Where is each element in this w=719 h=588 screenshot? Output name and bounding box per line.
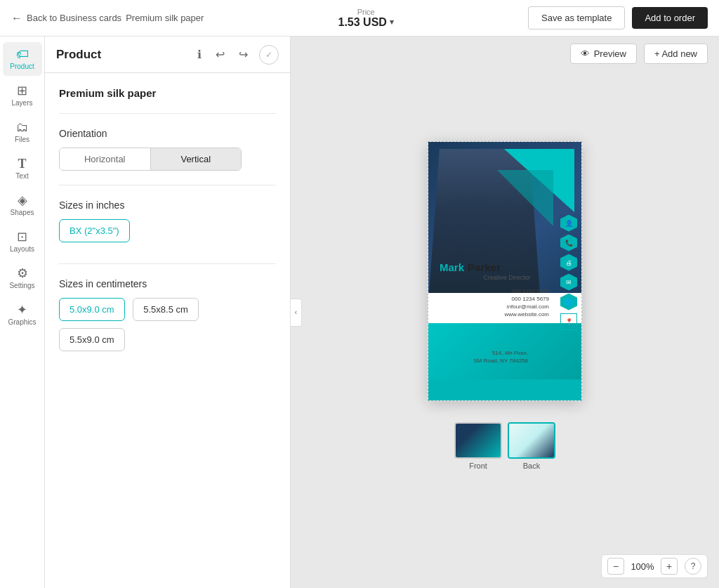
canvas-top-bar: 👁 Preview + Add new	[570, 44, 708, 64]
topbar: ← Back to Business cards Premium silk pa…	[0, 0, 719, 37]
sidebar-item-text[interactable]: T Text	[3, 152, 42, 185]
card-address-line2: SM Road, NY 784258	[473, 358, 528, 364]
sidebar-label-settings: Settings	[9, 282, 34, 289]
business-card: Mark Parker Creative Director 000 1234 5…	[428, 141, 582, 401]
sizes-inches-group: BX (2"x3.5")	[59, 219, 276, 249]
thumb-back-image[interactable]	[508, 422, 555, 459]
thumb-front-image[interactable]	[454, 422, 502, 459]
add-new-label: + Add new	[654, 48, 697, 59]
sidebar-label-files: Files	[15, 136, 29, 143]
orientation-label: Orientation	[59, 128, 276, 139]
zoom-in-button[interactable]: +	[661, 558, 678, 575]
back-link[interactable]: Back to Business cards	[27, 13, 121, 23]
back-arrow-icon[interactable]: ←	[11, 12, 22, 25]
orientation-vertical[interactable]: Vertical	[151, 148, 242, 170]
sidebar-item-files[interactable]: 🗂 Files	[3, 115, 42, 149]
sidebar-label-shapes: Shapes	[11, 209, 34, 216]
card-icon-person: 👤	[560, 215, 577, 232]
canvas-area: ‹ 👁 Preview + Add new	[291, 37, 719, 588]
card-thumb-back: Back	[508, 422, 555, 470]
sidebar-item-product[interactable]: 🏷 Product	[3, 42, 42, 76]
sidebar-item-layers[interactable]: ⊞ Layers	[3, 79, 42, 112]
shapes-icon: ◈	[18, 194, 27, 207]
card-phone2: 000 1234 5679	[512, 296, 549, 302]
sidebar-label-layouts: Layouts	[10, 245, 34, 253]
card-website: www.website.com	[504, 311, 549, 318]
icon-sidebar: 🏷 Product ⊞ Layers 🗂 Files T Text ◈ Shap…	[0, 37, 45, 588]
orientation-horizontal[interactable]: Horizontal	[60, 148, 151, 170]
card-thumbnails: Front Back	[454, 422, 555, 470]
teal-triangle-mid	[497, 170, 553, 226]
card-name: Mark Parker	[440, 261, 574, 273]
size-55x9[interactable]: 5.5x9.0 cm	[59, 328, 125, 351]
undo-button[interactable]: ↩	[213, 45, 227, 64]
layouts-icon: ⊡	[17, 230, 27, 243]
card-contacts: 000 1234 5678 000 1234 5679 infour@mail.…	[440, 288, 574, 318]
files-icon: 🗂	[16, 121, 29, 133]
sizes-inches-label: Sizes in inches	[59, 200, 276, 211]
layers-icon: ⊞	[17, 84, 27, 97]
sidebar-item-settings[interactable]: ⚙ Settings	[3, 261, 42, 295]
card-preview-wrapper: Mark Parker Creative Director 000 1234 5…	[428, 141, 582, 470]
sidebar-label-layers: Layers	[11, 99, 32, 107]
card-icon-email: ✉	[560, 274, 577, 291]
price-block: Price 1.53 USD ▾	[338, 8, 394, 29]
thumb-front-label: Front	[469, 462, 487, 470]
card-thumb-front: Front	[454, 422, 502, 470]
card-address-area: 514, 4th Floor, SM Road, NY 784258	[428, 345, 553, 365]
preview-button[interactable]: 👁 Preview	[570, 44, 637, 64]
card-last-name: Parker	[468, 261, 501, 273]
page-name: Premium silk paper	[126, 13, 204, 23]
sidebar-item-shapes[interactable]: ◈ Shapes	[3, 188, 42, 222]
sizes-cm-label: Sizes in centimeters	[59, 278, 276, 289]
add-to-order-button[interactable]: Add to order	[632, 7, 708, 29]
redo-button[interactable]: ↪	[236, 45, 251, 64]
card-icon-phone: 📞	[560, 235, 577, 251]
price-amount: 1.53 USD	[338, 16, 387, 29]
zoom-out-button[interactable]: −	[607, 558, 624, 575]
help-button[interactable]: ?	[685, 558, 701, 575]
price-chevron-icon[interactable]: ▾	[390, 18, 394, 27]
check-button[interactable]: ✓	[259, 45, 279, 65]
price-label: Price	[338, 8, 394, 16]
sidebar-item-graphics[interactable]: ✦ Graphics	[3, 298, 42, 332]
sidebar-item-layouts[interactable]: ⊡ Layouts	[3, 225, 42, 259]
save-template-button[interactable]: Save as template	[528, 6, 625, 30]
info-button[interactable]: ℹ	[194, 45, 204, 64]
card-hex-icons: 👤 📞 🖨 ✉ 🌐 📍	[560, 215, 577, 330]
topbar-center: Price 1.53 USD ▾	[338, 8, 394, 29]
card-icon-print: 🖨	[560, 254, 577, 271]
zoom-value: 100%	[628, 561, 657, 572]
eye-icon: 👁	[581, 48, 590, 59]
collapse-panel-button[interactable]: ‹	[291, 299, 302, 327]
properties-panel: Product ℹ ↩ ↪ ✓ Premium silk paper Orien…	[45, 37, 291, 588]
card-address: 514, 4th Floor, SM Road, NY 784258	[428, 349, 553, 365]
panel-content: Premium silk paper Orientation Horizonta…	[45, 73, 290, 372]
sidebar-label-text: Text	[15, 172, 28, 180]
sidebar-label-graphics: Graphics	[8, 318, 36, 326]
size-bx[interactable]: BX (2"x3.5")	[59, 219, 130, 242]
thumb-back-label: Back	[523, 462, 540, 470]
panel-section-title: Premium silk paper	[59, 87, 276, 99]
preview-label: Preview	[594, 48, 626, 59]
size-55x85[interactable]: 5.5x8.5 cm	[133, 298, 199, 321]
sizes-cm-group: 5.0x9.0 cm 5.5x8.5 cm 5.5x9.0 cm	[59, 298, 276, 358]
card-phone1: 000 1234 5678	[512, 288, 549, 294]
topbar-left: ← Back to Business cards Premium silk pa…	[11, 12, 204, 25]
panel-toolbar: Product ℹ ↩ ↪ ✓	[45, 37, 290, 73]
settings-icon: ⚙	[17, 267, 28, 280]
graphics-icon: ✦	[17, 303, 27, 316]
sidebar-label-product: Product	[10, 63, 34, 70]
product-icon: 🏷	[16, 48, 29, 60]
size-5x9[interactable]: 5.0x9.0 cm	[59, 298, 125, 321]
topbar-right: Save as template Add to order	[528, 6, 708, 30]
orientation-group: Horizontal Vertical	[59, 148, 242, 171]
add-new-button[interactable]: + Add new	[644, 44, 708, 64]
card-first-name: Mark	[440, 261, 464, 273]
panel-title: Product	[56, 48, 186, 62]
card-role: Creative Director	[440, 274, 574, 281]
card-icon-web: 🌐	[560, 294, 577, 311]
card-email: infour@mail.com	[507, 303, 549, 310]
zoom-bar: − 100% + ?	[601, 554, 708, 578]
card-icon-location: 📍	[560, 313, 577, 330]
